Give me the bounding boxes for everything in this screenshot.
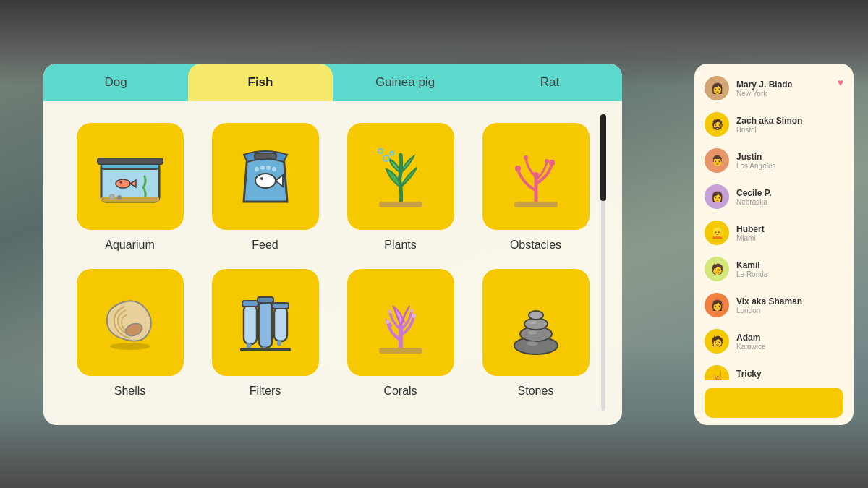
user-item[interactable]: 👩 Vix aka Shaman London — [694, 288, 854, 322]
user-avatar: 🧑 — [705, 329, 729, 354]
filters-icon-box[interactable] — [212, 269, 319, 376]
feed-icon — [229, 140, 302, 213]
tab-fish[interactable]: Fish — [188, 64, 333, 101]
svg-rect-30 — [259, 301, 272, 348]
corals-icon — [365, 286, 437, 359]
user-name: Hubert — [736, 224, 765, 234]
user-info: Vix aka Shaman London — [736, 296, 802, 314]
category-filters: Filters — [208, 269, 323, 398]
user-info: Tricky Paris — [736, 369, 762, 381]
user-name: Mary J. Blade — [736, 80, 792, 90]
svg-point-39 — [386, 320, 390, 324]
svg-rect-20 — [379, 202, 422, 207]
user-item[interactable]: 👨 Justin Los Angeles — [694, 143, 854, 178]
category-shells: Shells — [72, 269, 187, 398]
user-avatar: 👩 — [705, 293, 729, 317]
category-aquarium: Aquarium — [72, 123, 187, 252]
svg-point-7 — [109, 194, 115, 200]
svg-point-40 — [412, 314, 416, 318]
heart-icon: ♥ — [838, 77, 843, 88]
user-location: Los Angeles — [736, 162, 776, 170]
svg-rect-33 — [258, 297, 273, 303]
svg-point-42 — [409, 309, 413, 313]
feed-label: Feed — [252, 239, 278, 252]
svg-point-47 — [529, 311, 543, 320]
user-info: Kamil Le Ronda — [736, 260, 767, 278]
right-panel: 👩 Mary J. Blade New York ♥ 🧔 Zach aka Si… — [694, 64, 854, 425]
user-item[interactable]: 👩 Cecile P. Nebraska — [694, 179, 854, 214]
user-info: Adam Katowice — [736, 333, 766, 351]
svg-point-21 — [533, 172, 539, 178]
svg-rect-35 — [247, 343, 251, 348]
user-location: Katowice — [736, 343, 766, 351]
user-info: Cecile P. Nebraska — [736, 188, 771, 206]
obstacles-icon-box[interactable] — [482, 123, 590, 230]
user-item[interactable]: 🧔 Zach aka Simon Bristol — [694, 107, 854, 142]
svg-point-48 — [527, 341, 538, 346]
svg-point-19 — [390, 152, 393, 155]
svg-rect-37 — [277, 340, 281, 346]
user-name: Kamil — [736, 260, 767, 270]
svg-rect-2 — [98, 158, 163, 164]
user-avatar: 🤘 — [705, 365, 729, 380]
tab-rat[interactable]: Rat — [477, 64, 622, 101]
tab-bar: Dog Fish Guinea pig Rat — [43, 64, 622, 101]
user-item[interactable]: 👱 Hubert Miami — [694, 215, 854, 250]
user-location: New York — [736, 90, 792, 98]
svg-point-3 — [116, 179, 130, 188]
svg-point-18 — [378, 149, 383, 153]
user-name: Justin — [736, 152, 776, 162]
shells-icon-box[interactable] — [77, 269, 184, 376]
corals-icon-box[interactable] — [347, 269, 454, 376]
user-item[interactable]: 🤘 Tricky Paris — [694, 360, 854, 380]
user-item[interactable]: 👩 Mary J. Blade New York ♥ — [694, 71, 854, 106]
user-location: Paris — [736, 379, 762, 381]
svg-point-22 — [515, 166, 521, 171]
scrollbar-track — [601, 114, 605, 411]
plants-icon-box[interactable] — [347, 123, 454, 230]
plants-label: Plants — [384, 239, 416, 252]
svg-rect-31 — [274, 307, 287, 341]
user-avatar: 🧔 — [705, 112, 729, 137]
svg-point-23 — [549, 160, 555, 166]
user-location: Le Ronda — [736, 270, 767, 278]
svg-rect-34 — [273, 303, 289, 309]
user-list: 👩 Mary J. Blade New York ♥ 🧔 Zach aka Si… — [694, 71, 854, 380]
user-name: Vix aka Shaman — [736, 296, 802, 307]
user-location: Nebraska — [736, 198, 771, 206]
stones-label: Stones — [518, 385, 554, 398]
category-obstacles: Obstacles — [478, 123, 593, 252]
tab-dog[interactable]: Dog — [43, 64, 188, 101]
stones-icon-box[interactable] — [482, 269, 590, 376]
user-info: Justin Los Angeles — [736, 152, 776, 170]
svg-rect-43 — [379, 348, 422, 354]
svg-point-15 — [266, 166, 271, 170]
aquarium-icon-box[interactable] — [77, 123, 184, 230]
svg-rect-9 — [255, 153, 276, 159]
user-avatar: 👨 — [705, 148, 729, 173]
user-location: Bristol — [736, 126, 802, 134]
tab-guinea-pig[interactable]: Guinea pig — [333, 64, 477, 101]
svg-rect-29 — [244, 304, 257, 344]
user-item[interactable]: 🧑 Kamil Le Ronda — [694, 252, 854, 286]
scrollbar[interactable] — [600, 114, 606, 411]
aquarium-icon — [94, 140, 166, 213]
user-name: Zach aka Simon — [736, 116, 802, 126]
svg-point-12 — [260, 177, 263, 180]
category-grid: Aquarium — [43, 101, 622, 425]
svg-point-10 — [255, 174, 276, 188]
user-item[interactable]: 🧑 Adam Katowice — [694, 324, 854, 359]
filters-icon — [229, 286, 302, 359]
filters-label: Filters — [250, 385, 281, 398]
feed-icon-box[interactable] — [212, 123, 319, 230]
category-plants: Plants — [343, 123, 458, 252]
grid-row-1: Aquarium — [72, 123, 593, 252]
category-stones: Stones — [478, 269, 593, 398]
user-name: Adam — [736, 333, 766, 343]
user-info: Hubert Miami — [736, 224, 765, 242]
svg-point-16 — [272, 167, 276, 171]
svg-point-13 — [255, 167, 259, 171]
main-panel: Dog Fish Guinea pig Rat — [43, 64, 622, 425]
scrollbar-thumb[interactable] — [600, 114, 606, 201]
action-button[interactable] — [705, 388, 843, 418]
